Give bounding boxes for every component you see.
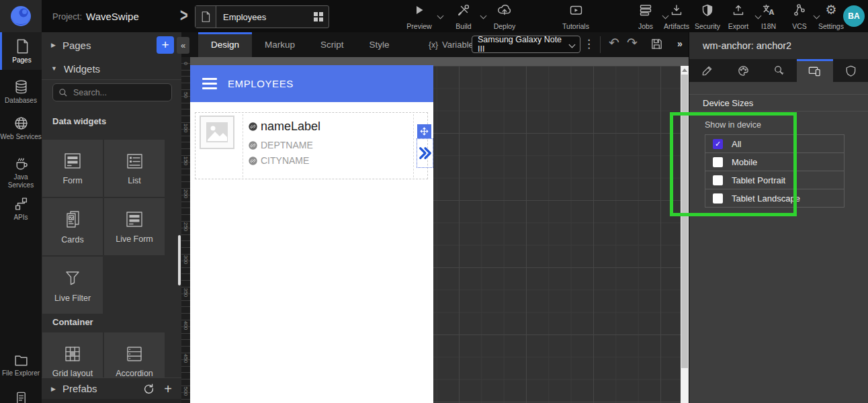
- gear-icon: ⚙: [825, 3, 836, 17]
- build-chevron-icon[interactable]: [480, 13, 487, 19]
- collapse-panel-button[interactable]: «: [177, 37, 189, 54]
- tab-styles[interactable]: [725, 59, 761, 82]
- mobile-page-header[interactable]: EMPLOYEES: [190, 65, 433, 102]
- prefabs-section-header[interactable]: ▶ Prefabs +: [42, 377, 181, 399]
- device-option-tablet-portrait[interactable]: Tablet Portrait: [705, 171, 844, 189]
- scroll-up-arrow-icon[interactable]: [682, 69, 687, 72]
- tab-script[interactable]: Script: [308, 32, 357, 57]
- expand-panel-button[interactable]: »: [677, 38, 683, 49]
- more-options-icon[interactable]: ⋮: [583, 37, 595, 52]
- device-select[interactable]: Samsung Galaxy Note III: [472, 36, 580, 53]
- pages-section-header[interactable]: ▶ Pages +: [42, 32, 181, 58]
- widget-tile-list[interactable]: List: [104, 140, 165, 197]
- ruler-mark: 400: [183, 319, 189, 332]
- widget-tile-form[interactable]: Form: [42, 140, 103, 197]
- checkbox-tablet-portrait[interactable]: [713, 175, 723, 185]
- widget-tile-live-form[interactable]: Live Form: [104, 198, 165, 255]
- export-button[interactable]: Export: [724, 3, 753, 30]
- sidebar-item-web-services[interactable]: Web Services: [0, 110, 42, 146]
- editor-toolbar: Design Markup Script Style {x} Variables…: [181, 32, 689, 57]
- tutorials-button[interactable]: Tutorials: [560, 3, 592, 30]
- tab-device[interactable]: [797, 59, 832, 82]
- tab-markup[interactable]: Markup: [252, 32, 308, 57]
- page-tab-employees[interactable]: Employees: [195, 5, 329, 28]
- checkbox-mobile[interactable]: [713, 157, 723, 167]
- tab-style[interactable]: Style: [357, 32, 402, 57]
- preview-button[interactable]: Preview: [403, 3, 435, 30]
- checkbox-tablet-landscape[interactable]: [713, 193, 723, 204]
- redo-button[interactable]: ↷: [627, 35, 638, 50]
- city-label-widget[interactable]: CITYNAME: [249, 155, 413, 166]
- vertical-ruler: 0 50 100 150 200 250 300 350 400 450 500: [181, 57, 190, 403]
- tile-label: Grid layout: [52, 369, 93, 378]
- project-breadcrumb: Project: WaveSwipe: [52, 0, 139, 32]
- sidebar-item-pages[interactable]: Pages: [0, 32, 42, 70]
- scrollbar-thumb[interactable]: [681, 75, 688, 368]
- rail-label: Pages: [12, 56, 31, 64]
- artifacts-label: Artifacts: [664, 22, 689, 30]
- search-input[interactable]: [72, 87, 162, 98]
- refresh-icon[interactable]: [143, 383, 155, 394]
- hamburger-menu-icon[interactable]: [202, 83, 217, 85]
- sidebar-item-java-services[interactable]: Java Services: [0, 150, 42, 194]
- user-avatar[interactable]: BA: [843, 5, 865, 27]
- anchor2-widget-selected[interactable]: [417, 138, 433, 168]
- ruler-mark: 100: [183, 122, 189, 135]
- tab-design[interactable]: Design: [198, 32, 252, 57]
- widget-search[interactable]: [52, 83, 172, 101]
- folder-icon: [13, 353, 29, 367]
- deploy-button[interactable]: Deploy: [489, 3, 520, 30]
- image-placeholder[interactable]: [200, 116, 234, 149]
- ruler-mark: 0: [183, 57, 189, 71]
- add-prefab-icon[interactable]: +: [164, 382, 172, 396]
- add-page-button[interactable]: +: [157, 36, 174, 54]
- dept-label-widget[interactable]: DEPTNAME: [249, 140, 413, 150]
- build-button[interactable]: Build: [449, 3, 478, 30]
- device-option-mobile[interactable]: Mobile: [705, 152, 844, 171]
- ruler-mark: 200: [183, 187, 189, 201]
- panel-footer-strip: [42, 398, 181, 403]
- tile-label: Cards: [61, 235, 83, 244]
- artifacts-button[interactable]: Artifacts: [660, 3, 693, 30]
- build-tools-icon: [457, 3, 470, 17]
- undo-button[interactable]: ↶: [609, 35, 619, 50]
- checkbox-all-checked[interactable]: ✓: [713, 139, 723, 149]
- wavemaker-logo[interactable]: [0, 0, 42, 32]
- dashboard-grid-icon[interactable]: [308, 11, 329, 22]
- grid-layout-widget-icon: [62, 345, 83, 363]
- name-label-widget[interactable]: nameLabel: [249, 120, 413, 134]
- list-item-widget[interactable]: nameLabel DEPTNAME CITYNAME: [195, 112, 428, 179]
- bind-link-icon: [249, 122, 257, 131]
- device-option-label: Mobile: [732, 157, 757, 167]
- widgets-section-header[interactable]: ▼ Widgets: [42, 58, 181, 80]
- sidebar-item-document[interactable]: [0, 387, 42, 403]
- widget-tile-live-filter[interactable]: Live Filter: [42, 257, 103, 314]
- save-button[interactable]: [650, 38, 663, 50]
- device-option-tablet-landscape[interactable]: Tablet Landscape: [705, 189, 844, 208]
- jobs-button[interactable]: Jobs: [631, 3, 660, 30]
- tab-security[interactable]: [833, 59, 868, 82]
- pages-section-title: Pages: [62, 40, 91, 51]
- sidebar-item-apis[interactable]: APIs: [0, 191, 42, 227]
- tab-events[interactable]: [761, 59, 797, 82]
- settings-button[interactable]: ⚙ Settings: [816, 3, 846, 30]
- mobile-page-preview[interactable]: EMPLOYEES nameLabel: [190, 65, 433, 403]
- list-item-text-column[interactable]: nameLabel DEPTNAME CITYNAME: [243, 114, 414, 177]
- device-option-all[interactable]: ✓ All: [705, 134, 844, 153]
- security-button[interactable]: Security: [693, 3, 722, 30]
- widget-tile-cards[interactable]: Cards: [42, 198, 103, 255]
- vcs-label: VCS: [792, 22, 807, 30]
- export-label: Export: [728, 22, 748, 30]
- design-canvas[interactable]: EMPLOYEES nameLabel: [190, 57, 689, 403]
- widget-move-handle[interactable]: [417, 124, 431, 138]
- vcs-button[interactable]: VCS: [786, 3, 813, 30]
- preview-chevron-icon[interactable]: [437, 13, 444, 19]
- tab-edit[interactable]: [689, 59, 725, 82]
- sidebar-item-databases[interactable]: Databases: [0, 74, 42, 110]
- ruler-mark: 300: [183, 253, 189, 267]
- rail-label: Web Services: [0, 133, 42, 141]
- i18n-button[interactable]: A I18N: [755, 3, 782, 30]
- sidebar-item-file-explorer[interactable]: File Explorer: [0, 348, 42, 383]
- canvas-scrollbar[interactable]: [681, 66, 689, 403]
- left-panel-scrollbar[interactable]: [178, 235, 181, 285]
